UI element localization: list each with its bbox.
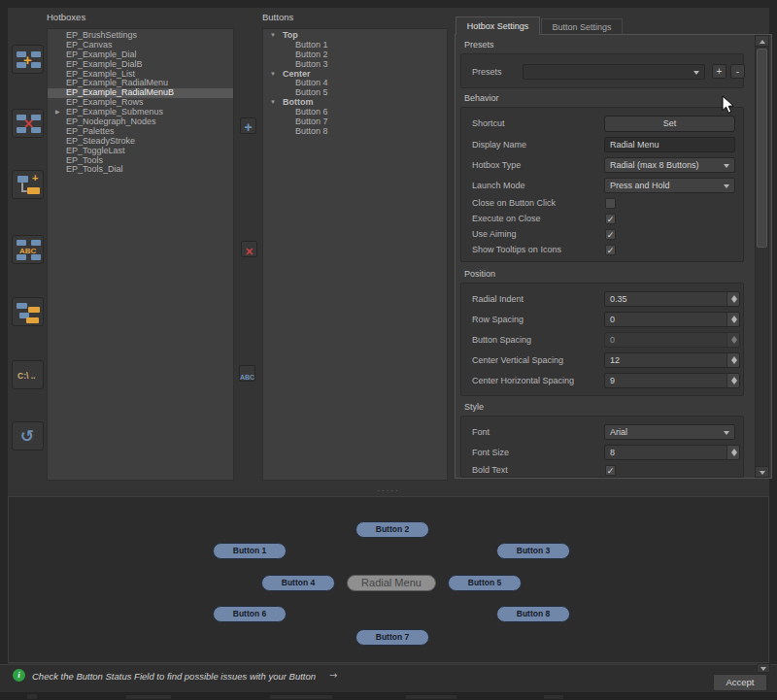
bold-text-label: Bold Text — [472, 462, 508, 478]
status-message: Check the Button Status Field to find po… — [32, 671, 316, 682]
preview-center-label: Radial Menu — [347, 575, 436, 591]
show-tooltips-label: Show Tooltips on Icons — [472, 242, 561, 257]
dropdown-arrow-icon — [724, 164, 729, 168]
launch-mode-label: Launch Mode — [472, 178, 525, 193]
tree-item-button[interactable]: Button 1 — [263, 41, 447, 50]
bold-text-checkbox[interactable]: ✓ — [605, 465, 616, 476]
hotbox-item[interactable]: EP_Tools_Dial — [48, 165, 233, 175]
execute-on-close-checkbox[interactable]: ✓ — [605, 214, 616, 224]
delete-x-icon: ✕ — [245, 246, 253, 257]
scrollbar-thumb[interactable] — [757, 49, 767, 248]
delete-button-button[interactable]: ✕ — [241, 241, 257, 257]
use-aiming-label: Use Aiming — [472, 226, 517, 242]
dropdown-arrow-icon — [693, 71, 699, 75]
add-icon: + — [244, 119, 252, 135]
preview-button-3[interactable]: Button 3 — [496, 543, 570, 559]
add-preset-button[interactable]: + — [712, 64, 726, 79]
status-expand-button[interactable] — [757, 663, 770, 673]
row-spacing-spinner[interactable]: 0 — [604, 312, 740, 327]
font-size-label: Font Size — [472, 445, 509, 460]
reset-hotboxes-icon: ↺ — [13, 422, 43, 450]
shortcut-set-button[interactable]: Set — [604, 116, 735, 132]
tree-item-button[interactable]: Button 6 — [263, 108, 447, 117]
tree-item-button[interactable]: Button 4 — [263, 79, 447, 88]
spinner-arrows-icon[interactable] — [726, 446, 739, 459]
preview-button-4[interactable]: Button 4 — [261, 575, 335, 591]
accept-button[interactable]: Accept — [713, 674, 767, 691]
display-name-input[interactable] — [604, 137, 735, 152]
clipped-background-row — [0, 692, 777, 700]
preview-button-8[interactable]: Button 8 — [496, 606, 570, 622]
center-vertical-spacing-label: Center Vertical Spacing — [472, 352, 563, 368]
spinner-arrows-icon[interactable] — [726, 374, 739, 387]
splitter-handle[interactable]: ····· — [0, 486, 777, 495]
spinner-arrows-icon[interactable] — [726, 353, 739, 367]
collapse-arrow-icon[interactable]: ▼ — [270, 31, 276, 41]
info-icon: i — [13, 669, 25, 682]
center-horizontal-spacing-label: Center Horizontal Spacing — [472, 373, 574, 388]
preview-button-7[interactable]: Button 7 — [355, 629, 429, 646]
dropdown-arrow-icon — [760, 667, 766, 671]
buttons-tree: ▼Top Button 1 Button 2 Button 3 ▼Center … — [262, 28, 448, 481]
presets-label: Presets — [472, 64, 502, 80]
tab-button-settings[interactable]: Button Settings — [541, 18, 623, 35]
new-submenu-button[interactable]: + — [12, 170, 44, 199]
delete-hotbox-icon: ✕ — [13, 110, 43, 137]
expand-arrow-icon[interactable]: ▶ — [55, 108, 60, 117]
radial-indent-spinner[interactable]: 0.35 — [604, 291, 740, 307]
rename-hotbox-icon: ABC — [13, 236, 43, 263]
display-name-label: Display Name — [472, 137, 526, 152]
preview-button-5[interactable]: Button 5 — [448, 575, 522, 591]
preview-button-1[interactable]: Button 1 — [213, 543, 287, 559]
use-aiming-checkbox[interactable]: ✓ — [605, 229, 616, 240]
scroll-up-button[interactable] — [755, 35, 769, 47]
delete-hotbox-button[interactable]: ✕ — [12, 109, 44, 138]
show-tooltips-checkbox[interactable]: ✓ — [605, 245, 616, 255]
tree-group-bottom[interactable]: ▼Bottom — [263, 98, 447, 108]
rename-button-button[interactable]: ABC — [239, 365, 255, 382]
dropdown-arrow-icon — [724, 184, 729, 188]
rename-hotbox-button[interactable]: ABC — [12, 235, 44, 264]
font-size-spinner[interactable]: 8 — [604, 445, 740, 460]
launch-mode-select[interactable]: Press and Hold — [604, 178, 735, 193]
add-hotbox-button[interactable]: + — [12, 45, 44, 74]
organize-hotboxes-button[interactable] — [12, 297, 44, 326]
spinner-arrows-icon[interactable] — [726, 292, 739, 306]
new-submenu-icon: + — [13, 171, 43, 198]
tree-group-top[interactable]: ▼Top — [263, 31, 447, 41]
preview-button-2[interactable]: Button 2 — [355, 521, 429, 538]
button-spacing-spinner: 0 — [604, 332, 740, 348]
close-on-click-checkbox[interactable] — [605, 198, 616, 209]
preview-button-6[interactable]: Button 6 — [213, 606, 287, 622]
center-vertical-spacing-spinner[interactable]: 12 — [604, 352, 740, 368]
close-on-click-label: Close on Button Click — [472, 195, 556, 211]
collapse-arrow-icon[interactable]: ▼ — [270, 98, 276, 108]
tab-hotbox-settings[interactable]: Hotbox Settings — [456, 17, 540, 35]
collapse-arrow-icon[interactable]: ▼ — [270, 70, 276, 80]
spinner-arrows-icon[interactable] — [726, 313, 739, 326]
execute-on-close-label: Execute on Close — [472, 211, 541, 226]
add-hotbox-icon: + — [13, 46, 43, 73]
remove-preset-button[interactable]: - — [730, 64, 745, 79]
tree-item-button[interactable]: Button 8 — [263, 127, 447, 137]
mouse-cursor — [722, 95, 735, 115]
organize-hotboxes-icon — [13, 298, 43, 325]
presets-section-header: Presets — [464, 40, 494, 50]
tree-item-button[interactable]: Button 2 — [263, 50, 447, 60]
rename-abc-icon: ABC — [240, 374, 254, 381]
hotbox-type-select[interactable]: Radial (max 8 Buttons) — [604, 157, 735, 173]
hotbox-folder-button[interactable]: C:\ .. — [12, 360, 44, 389]
tree-item-button[interactable]: Button 7 — [263, 117, 447, 127]
arrow-right-icon: → — [329, 670, 337, 681]
folder-path-icon: C:\ .. — [13, 361, 43, 388]
tree-group-center[interactable]: ▼Center — [263, 70, 447, 80]
presets-select[interactable] — [523, 64, 705, 80]
reset-hotboxes-button[interactable]: ↺ — [12, 421, 44, 450]
scroll-down-button[interactable] — [755, 466, 769, 478]
dropdown-arrow-icon — [724, 431, 729, 435]
font-select[interactable]: Arial — [604, 424, 735, 440]
add-button-button[interactable]: + — [240, 117, 256, 134]
hotboxes-panel-title: Hotboxes — [47, 12, 85, 22]
center-horizontal-spacing-spinner[interactable]: 9 — [604, 373, 740, 388]
scroll-up-icon — [760, 40, 765, 44]
